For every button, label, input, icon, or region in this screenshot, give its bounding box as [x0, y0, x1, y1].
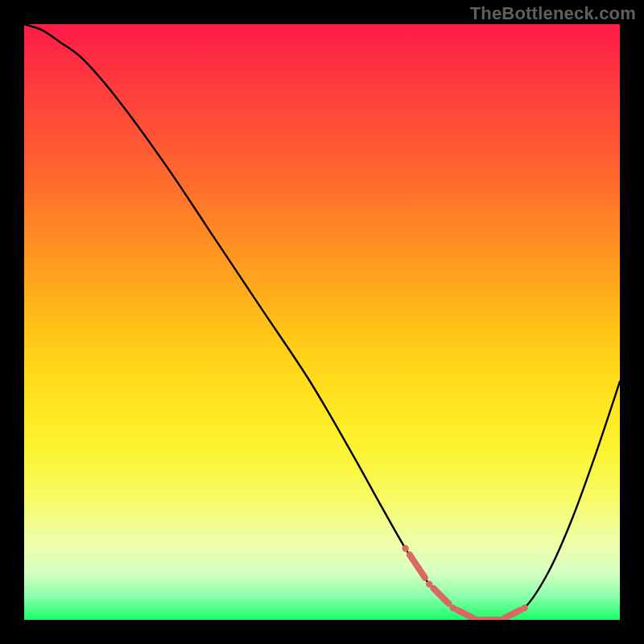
optimal-range-marker — [434, 588, 449, 604]
bottleneck-curve — [24, 24, 620, 620]
optimal-range-marker — [410, 555, 425, 577]
chart-svg — [24, 24, 620, 620]
optimal-range-dot — [521, 605, 527, 611]
optimal-range-dot — [402, 545, 408, 551]
frame: TheBottleneck.com — [0, 0, 644, 644]
optimal-range-marker — [457, 610, 473, 617]
optimal-range-dot — [450, 605, 456, 611]
optimal-range-marker — [505, 610, 520, 617]
plot-area — [24, 24, 620, 620]
optimal-range-dot — [473, 617, 480, 620]
optimal-range-dot — [497, 617, 504, 620]
optimal-range-dot — [426, 580, 432, 587]
watermark-text: TheBottleneck.com — [470, 3, 636, 24]
optimal-range-markers — [402, 545, 527, 620]
